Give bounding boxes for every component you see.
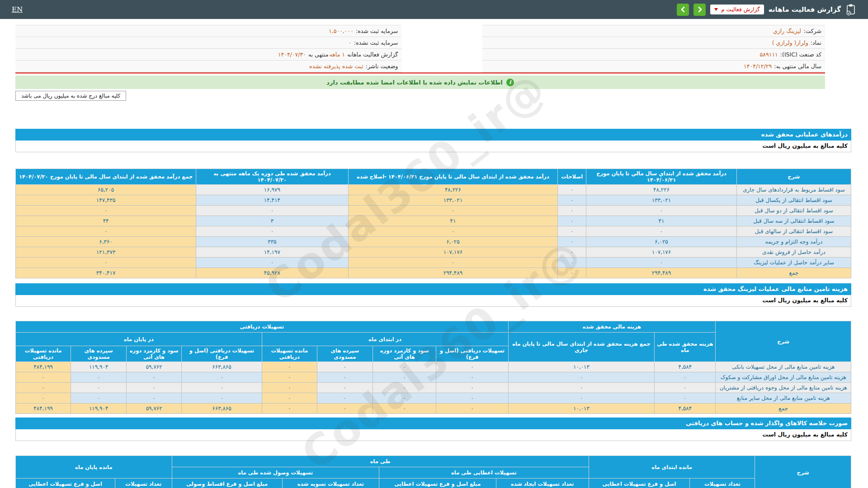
info-row-fiscal-year: سال مالی منتهی به: ۱۴۰۴/۱۲/۲۹ bbox=[482, 61, 825, 72]
publisher-status-label: وضعیت ناشر: bbox=[366, 63, 398, 70]
column-header: درآمد محقق شده از ابتدای سال مالی تا پای… bbox=[348, 169, 558, 185]
value-cell: ۱۶,۹۷۹ bbox=[196, 185, 348, 195]
value-cell: ۲۹۴,۴۸۹ bbox=[586, 268, 737, 278]
value-cell: ۰ bbox=[586, 206, 737, 216]
value-cell: ۱۲۱,۳۷۳ bbox=[16, 247, 196, 258]
column-header: جمع هزینه محقق شده از ابتدای سال مالی تا… bbox=[508, 333, 655, 362]
report-period-date: ۱۴۰۴/۰۷/۳۰ bbox=[278, 51, 306, 58]
value-cell: ۶۶۳,۸۶۵ bbox=[182, 362, 262, 372]
value-cell: ۴۱ bbox=[348, 216, 558, 226]
row-label: هزینه تامین منابع مالی از محل سایر منابع bbox=[716, 393, 851, 404]
value-cell: ۰ bbox=[436, 362, 508, 372]
value-cell: ۰ bbox=[558, 268, 586, 278]
company-label: شرکت: bbox=[803, 28, 821, 34]
column-header: اصل و فرع تسهیلات اعطایی bbox=[589, 479, 690, 488]
value-cell: ۰ bbox=[127, 383, 182, 393]
value-cell: ۰ bbox=[373, 383, 436, 393]
amounts-note-box: کلیه مبالغ درج شده به میلیون ریال می باش… bbox=[15, 91, 126, 101]
top-header-bar: گزارش فعالیت ماهانه گزارش فعالیت م EN bbox=[0, 0, 868, 19]
value-cell: ۱۳۳,۰۲۱ bbox=[586, 195, 737, 206]
group-header-end: مانده پایان ماه bbox=[16, 456, 172, 479]
group-header-collected: تسهیلات وصول شده طی ماه bbox=[172, 467, 379, 479]
value-cell: ۰ bbox=[436, 383, 508, 393]
value-cell: ۴۸۴,۱۹۹ bbox=[16, 362, 71, 372]
value-cell: ۰ bbox=[655, 393, 716, 404]
row-label: جمع bbox=[716, 404, 851, 414]
value-cell: ۶,۳۶۰ bbox=[16, 237, 196, 247]
value-cell: ۱۰,۰۱۳ bbox=[508, 362, 655, 372]
row-label: جمع bbox=[736, 268, 851, 278]
value-cell: ۰ bbox=[16, 258, 196, 268]
registered-capital-label: سرمایه ثبت شده: bbox=[356, 28, 398, 34]
symbol-value: ولراز( ولرازي ) bbox=[772, 39, 808, 46]
table-row: هزینه تامین منابع مالی از محل تسهیلات با… bbox=[16, 362, 851, 372]
dropdown-selected-value: گزارش فعالیت م bbox=[721, 6, 760, 13]
column-header: سود و کارمزد دوره های آتی bbox=[127, 346, 182, 362]
value-cell: ۴,۵۸۴ bbox=[655, 362, 716, 372]
info-row-company: شرکت: لیزینگ رازي bbox=[482, 25, 825, 37]
row-label: هزینه تامین منابع مالی از محل تسهیلات با… bbox=[716, 362, 851, 372]
column-header: تعداد تسهیلات تسویه شده bbox=[282, 479, 379, 488]
value-cell: ۰ bbox=[373, 362, 436, 372]
report-period-mid: منتهی به bbox=[308, 51, 329, 58]
value-cell: ۰ bbox=[196, 258, 348, 268]
value-cell: ۱۱۹,۹۰۴ bbox=[71, 362, 127, 372]
value-cell: ۰ bbox=[586, 258, 737, 268]
value-cell: ۰ bbox=[262, 362, 317, 372]
value-cell: ۰ bbox=[317, 372, 373, 383]
summary-unit-note: کلیه مبالغ به میلیون ریال است bbox=[15, 429, 851, 441]
column-header: سپرده های مسدودی bbox=[71, 346, 127, 362]
column-header-desc: شرح bbox=[716, 321, 851, 362]
value-cell: ۰ bbox=[71, 372, 127, 383]
value-cell: ۰ bbox=[196, 206, 348, 216]
report-period-months: ۱ ماهه bbox=[329, 51, 345, 58]
company-value: لیزینگ رازي bbox=[773, 28, 801, 34]
value-cell: ۰ bbox=[558, 195, 586, 206]
language-toggle-en[interactable]: EN bbox=[12, 5, 23, 14]
column-header: تعداد تسهیلات bbox=[690, 479, 755, 488]
value-cell: ۴۱ bbox=[586, 216, 737, 226]
chevron-right-icon bbox=[697, 6, 703, 13]
red-divider-line bbox=[15, 72, 825, 74]
value-cell: ۴۴ bbox=[16, 216, 196, 226]
previous-report-button[interactable] bbox=[677, 4, 689, 16]
clipboard-icon bbox=[845, 4, 856, 16]
info-row-isic: کد صنعت (ISIC): ۵۸۹۱۱۱ bbox=[482, 49, 825, 61]
value-cell: ۰ bbox=[348, 258, 558, 268]
value-cell: ۰ bbox=[508, 393, 655, 404]
row-label: سود اقساط انتقالی از سالهای قبل bbox=[736, 226, 851, 237]
value-cell: ۰ bbox=[317, 404, 373, 414]
value-cell: ۰ bbox=[16, 206, 196, 216]
next-report-button[interactable] bbox=[693, 4, 706, 16]
value-cell: ۰ bbox=[71, 393, 127, 404]
value-cell: ۰ bbox=[262, 404, 317, 414]
value-cell: ۱۱۹,۹۰۴ bbox=[71, 404, 127, 414]
column-header: تسهیلات دریافتی (اصل و فرع) bbox=[436, 346, 508, 362]
value-cell: ۰ bbox=[182, 372, 262, 383]
report-type-dropdown[interactable]: گزارش فعالیت م bbox=[710, 5, 764, 14]
value-cell: ۰ bbox=[558, 258, 586, 268]
table-row: سود اقساط انتقالی از دو سال قبل۰۰۰۰۰ bbox=[16, 206, 851, 216]
value-cell: ۳۴۰,۴۱۷ bbox=[16, 268, 196, 278]
value-cell: ۲۹۴,۴۸۹ bbox=[348, 268, 558, 278]
group-header-begin: در ابتدای ماه bbox=[262, 333, 508, 346]
row-label: هزینه تامین منابع مالی از محل وجوه دریاف… bbox=[716, 383, 851, 393]
group-header-granted: تسهیلات اعطایی طی ماه bbox=[379, 467, 589, 479]
info-row-report-period: گزارش فعالیت ماهانه ۱ ماهه منتهی به ۱۴۰۴… bbox=[15, 49, 401, 61]
section-title-income: درآمدهای عملیاتی محقق شده bbox=[15, 129, 851, 141]
income-table: شرحدرآمد محقق شده از ابتداي سال مالي تا … bbox=[15, 169, 851, 278]
value-cell: ۰ bbox=[558, 206, 586, 216]
value-cell: ۰ bbox=[348, 206, 558, 216]
value-cell: ۰ bbox=[71, 383, 127, 393]
column-header: جمع درآمد محقق شده از ابتدای سال مالی تا… bbox=[16, 169, 196, 185]
value-cell: ۶,۰۲۵ bbox=[586, 237, 737, 247]
row-label: سود اقساط مربوط به قراردادهای سال جاری bbox=[736, 185, 851, 195]
value-cell: ۰ bbox=[558, 226, 586, 237]
group-header-end: در پایان ماه bbox=[16, 333, 262, 346]
value-cell: ۰ bbox=[373, 404, 436, 414]
value-cell: ۰ bbox=[262, 372, 317, 383]
isic-value: ۵۸۹۱۱۱ bbox=[760, 51, 778, 58]
row-label: سود اقساط انتقالی از سه سال قبل bbox=[736, 216, 851, 226]
finance-cost-unit-note: کلیه مبالغ به میلیون ریال است bbox=[15, 295, 851, 307]
value-cell: ۰ bbox=[127, 372, 182, 383]
